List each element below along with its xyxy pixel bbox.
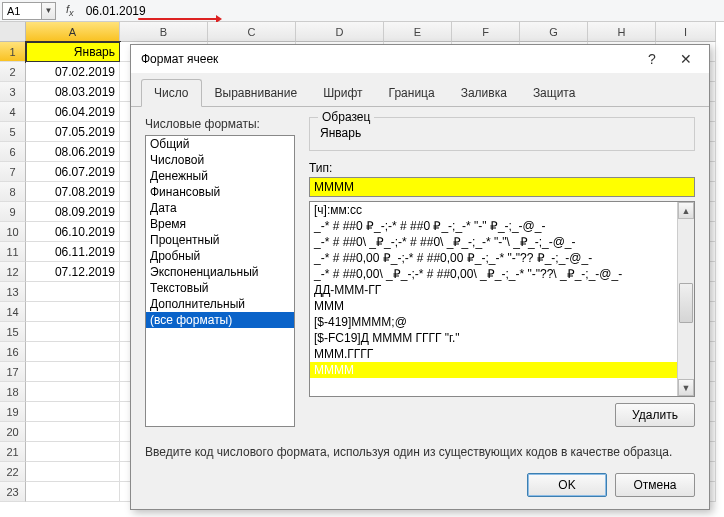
row-header-11[interactable]: 11 <box>0 242 26 262</box>
row-header-22[interactable]: 22 <box>0 462 26 482</box>
row-header-16[interactable]: 16 <box>0 342 26 362</box>
cancel-button[interactable]: Отмена <box>615 473 695 497</box>
row-header-21[interactable]: 21 <box>0 442 26 462</box>
cell-A2[interactable]: 07.02.2019 <box>26 62 120 82</box>
cell-A17[interactable] <box>26 362 120 382</box>
scroll-up-icon[interactable]: ▲ <box>678 202 694 219</box>
cell-A15[interactable] <box>26 322 120 342</box>
category-item[interactable]: Время <box>146 216 294 232</box>
column-header-B[interactable]: B <box>120 22 208 42</box>
cell-A18[interactable] <box>26 382 120 402</box>
tab-alignment[interactable]: Выравнивание <box>202 79 311 106</box>
tab-number[interactable]: Число <box>141 79 202 107</box>
row-header-19[interactable]: 19 <box>0 402 26 422</box>
category-item[interactable]: Числовой <box>146 152 294 168</box>
cell-A6[interactable]: 08.06.2019 <box>26 142 120 162</box>
row-header-12[interactable]: 12 <box>0 262 26 282</box>
type-list-item[interactable]: _-* # ##0\ _₽_-;-* # ##0\ _₽_-;_-* "-"\ … <box>310 234 677 250</box>
type-list-item[interactable]: [ч]:мм:сс <box>310 202 677 218</box>
scroll-down-icon[interactable]: ▼ <box>678 379 694 396</box>
cell-A3[interactable]: 08.03.2019 <box>26 82 120 102</box>
row-header-20[interactable]: 20 <box>0 422 26 442</box>
column-header-G[interactable]: G <box>520 22 588 42</box>
row-header-6[interactable]: 6 <box>0 142 26 162</box>
fx-icon[interactable]: fx <box>66 3 74 18</box>
row-header-5[interactable]: 5 <box>0 122 26 142</box>
cell-A14[interactable] <box>26 302 120 322</box>
row-header-8[interactable]: 8 <box>0 182 26 202</box>
type-list-item[interactable]: _-* # ##0 ₽_-;-* # ##0 ₽_-;_-* "-" ₽_-;_… <box>310 218 677 234</box>
cell-A22[interactable] <box>26 462 120 482</box>
column-header-A[interactable]: A <box>26 22 120 42</box>
help-button[interactable]: ? <box>635 48 669 70</box>
row-header-18[interactable]: 18 <box>0 382 26 402</box>
tab-protect[interactable]: Защита <box>520 79 589 106</box>
cell-A9[interactable]: 08.09.2019 <box>26 202 120 222</box>
type-list-item[interactable]: [$-419]ММММ;@ <box>310 314 677 330</box>
name-box[interactable]: A1 <box>2 2 42 20</box>
row-header-9[interactable]: 9 <box>0 202 26 222</box>
row-header-4[interactable]: 4 <box>0 102 26 122</box>
type-list-item[interactable]: [$-FC19]Д ММММ ГГГГ "г." <box>310 330 677 346</box>
category-listbox[interactable]: ОбщийЧисловойДенежныйФинансовыйДатаВремя… <box>145 135 295 427</box>
cell-A4[interactable]: 06.04.2019 <box>26 102 120 122</box>
row-header-13[interactable]: 13 <box>0 282 26 302</box>
category-item[interactable]: Денежный <box>146 168 294 184</box>
column-header-F[interactable]: F <box>452 22 520 42</box>
row-header-10[interactable]: 10 <box>0 222 26 242</box>
type-list-item[interactable]: ДД-МММ-ГГ <box>310 282 677 298</box>
category-item[interactable]: Общий <box>146 136 294 152</box>
tab-font[interactable]: Шрифт <box>310 79 375 106</box>
category-item[interactable]: Процентный <box>146 232 294 248</box>
category-item[interactable]: (все форматы) <box>146 312 294 328</box>
name-box-dropdown[interactable]: ▼ <box>42 2 56 20</box>
column-header-D[interactable]: D <box>296 22 384 42</box>
row-header-1[interactable]: 1 <box>0 42 26 62</box>
category-item[interactable]: Финансовый <box>146 184 294 200</box>
type-list-item[interactable]: МММ <box>310 298 677 314</box>
dialog-titlebar[interactable]: Формат ячеек ? ✕ <box>131 45 709 73</box>
type-input[interactable] <box>309 177 695 197</box>
scroll-thumb[interactable] <box>679 283 693 323</box>
close-button[interactable]: ✕ <box>669 48 703 70</box>
row-header-15[interactable]: 15 <box>0 322 26 342</box>
column-header-H[interactable]: H <box>588 22 656 42</box>
column-header-I[interactable]: I <box>656 22 716 42</box>
cell-A5[interactable]: 07.05.2019 <box>26 122 120 142</box>
row-header-2[interactable]: 2 <box>0 62 26 82</box>
type-list-item[interactable]: _-* # ##0,00 ₽_-;-* # ##0,00 ₽_-;_-* "-"… <box>310 250 677 266</box>
column-header-C[interactable]: C <box>208 22 296 42</box>
cell-A16[interactable] <box>26 342 120 362</box>
scrollbar[interactable]: ▲ ▼ <box>677 202 694 396</box>
category-item[interactable]: Дополнительный <box>146 296 294 312</box>
cell-A23[interactable] <box>26 482 120 502</box>
type-listbox[interactable]: [ч]:мм:сс_-* # ##0 ₽_-;-* # ##0 ₽_-;_-* … <box>310 202 677 396</box>
delete-button[interactable]: Удалить <box>615 403 695 427</box>
cell-A12[interactable]: 07.12.2019 <box>26 262 120 282</box>
cell-A7[interactable]: 06.07.2019 <box>26 162 120 182</box>
cell-A19[interactable] <box>26 402 120 422</box>
cell-A21[interactable] <box>26 442 120 462</box>
scroll-track[interactable] <box>678 219 694 379</box>
formula-input[interactable]: 06.01.2019 <box>84 4 146 18</box>
cell-A13[interactable] <box>26 282 120 302</box>
type-list-item[interactable]: _-* # ##0,00\ _₽_-;-* # ##0,00\ _₽_-;_-*… <box>310 266 677 282</box>
select-all-corner[interactable] <box>0 22 26 42</box>
type-list-item[interactable]: ММММ <box>310 362 677 378</box>
row-header-14[interactable]: 14 <box>0 302 26 322</box>
row-header-23[interactable]: 23 <box>0 482 26 502</box>
row-header-17[interactable]: 17 <box>0 362 26 382</box>
tab-fill[interactable]: Заливка <box>448 79 520 106</box>
ok-button[interactable]: OK <box>527 473 607 497</box>
cell-A1[interactable]: Январь <box>26 42 120 62</box>
category-item[interactable]: Экспоненциальный <box>146 264 294 280</box>
category-item[interactable]: Текстовый <box>146 280 294 296</box>
category-item[interactable]: Дата <box>146 200 294 216</box>
cell-A10[interactable]: 06.10.2019 <box>26 222 120 242</box>
category-item[interactable]: Дробный <box>146 248 294 264</box>
tab-border[interactable]: Граница <box>376 79 448 106</box>
cell-A8[interactable]: 07.08.2019 <box>26 182 120 202</box>
row-header-7[interactable]: 7 <box>0 162 26 182</box>
column-header-E[interactable]: E <box>384 22 452 42</box>
cell-A11[interactable]: 06.11.2019 <box>26 242 120 262</box>
